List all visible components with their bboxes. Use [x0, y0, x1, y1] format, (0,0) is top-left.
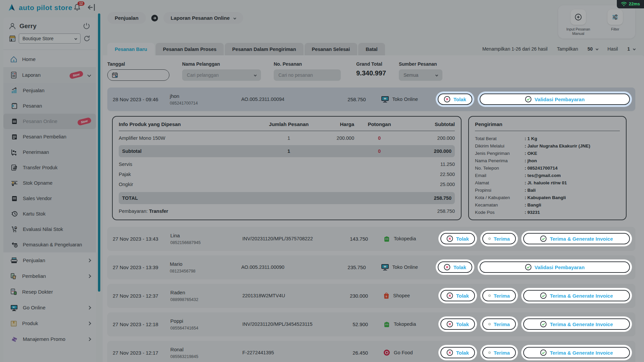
latency-value: 22ms: [629, 1, 640, 6]
shipping-row: Total Berat1 Kg: [475, 135, 620, 142]
logo-icon: [7, 3, 16, 12]
order-items-card: Info Produk yang Dipesan Jumlah Pesanan …: [112, 116, 462, 220]
sidebar-item-sales-vendor[interactable]: Sales Vendor: [3, 191, 96, 206]
order-source: Tokopedia: [394, 236, 416, 241]
sidebar-item-evaluasi-nilai-stok[interactable]: RP Evaluasi Nilai Stok: [3, 222, 96, 237]
validasi-pembayaran-button[interactable]: Validasi Pembayaran: [480, 261, 630, 273]
sidebar-item-pesanan-pembelian[interactable]: Pesanan Pembelian: [3, 129, 96, 144]
sidebar-laporan-submenu: Penjualan Pesanan Pesanan Online New: [3, 83, 96, 252]
terima-generate-invoice-button[interactable]: Terima & Generate Invoice: [523, 233, 630, 244]
order-row[interactable]: 27 Nov 2023 - 12:37 Raden 088998765432 2…: [107, 284, 635, 307]
content-scroll-accent[interactable]: [98, 13, 100, 292]
sidebar-item-manajemen-promo[interactable]: % Manajemen Promo: [3, 331, 96, 347]
tab-pesanan-dalam-proses[interactable]: Pesanan Dalam Proses: [156, 43, 224, 56]
order-row[interactable]: 27 Nov 2023 - 12:18 Poppi 085564741654 I…: [107, 312, 635, 336]
filters-row: Tanggal Nama Pelanggan Cari pelanggan: [103, 55, 644, 81]
sidebar-item-kartu-stok[interactable]: Kartu Stok: [3, 206, 96, 222]
sidebar-item-home[interactable]: Home: [3, 51, 96, 67]
tab-pesanan-selesai[interactable]: Pesanan Selesai: [305, 43, 358, 56]
order-row[interactable]: 27 Nov 2023 - 13:39 Mario 08123456798 AO…: [107, 255, 635, 279]
toko-online-icon: [381, 263, 389, 271]
sidebar-item-pemasukan-pengeluaran[interactable]: Pemasukan & Pengeluaran: [3, 237, 96, 252]
sidebar-item-laporan[interactable]: Laporan New: [3, 67, 96, 83]
tolak-button[interactable]: Tolak: [440, 233, 475, 244]
sidebar-item-transfer-produk[interactable]: Transfer Produk: [3, 160, 96, 175]
order-actions: Tolak Terima Terima & Generate Invoice: [438, 231, 632, 246]
terima-generate-invoice-button[interactable]: Terima & Generate Invoice: [523, 347, 630, 358]
order-source: Shopee: [393, 293, 410, 298]
store-selector[interactable]: Boutique Store: [19, 34, 80, 44]
terima-button[interactable]: Terima: [482, 347, 516, 358]
user-icon: [9, 22, 16, 30]
date-input[interactable]: [107, 69, 169, 81]
chevron-down-icon: [254, 74, 257, 76]
order-actions: Tolak Validasi Pembayaran: [436, 92, 632, 107]
terima-button[interactable]: Terima: [482, 233, 516, 244]
sidebar-item-pembelian[interactable]: Pembelian: [3, 268, 96, 284]
tolak-button[interactable]: Tolak: [440, 290, 475, 301]
breadcrumb-penjualan[interactable]: Penjualan: [107, 12, 146, 24]
tab-batal[interactable]: Batal: [358, 43, 385, 56]
tolak-button[interactable]: Tolak: [438, 261, 472, 273]
source-select[interactable]: Semua: [399, 69, 442, 81]
reject-x-icon: [444, 96, 450, 103]
order-number-input[interactable]: [274, 69, 341, 81]
order-date: 27 Nov 2023 - 12:17: [113, 350, 170, 356]
terima-generate-invoice-button[interactable]: Terima & Generate Invoice: [523, 318, 630, 330]
sidebar-item-penjualan[interactable]: Penjualan: [3, 252, 96, 268]
logout-power-icon[interactable]: [83, 22, 91, 30]
sidebar-item-go-online[interactable]: Go Online: [3, 300, 96, 315]
tolak-button[interactable]: Tolak: [440, 347, 475, 358]
chevron-down-icon: [633, 48, 636, 50]
order-actions: Tolak Terima Terima & Generate Invoice: [438, 316, 632, 332]
terima-generate-invoice-button[interactable]: Terima & Generate Invoice: [523, 290, 630, 301]
customer-select[interactable]: Cari pelanggan: [182, 69, 261, 81]
refresh-icon[interactable]: [83, 35, 91, 42]
fee-row-ongkir: Ongkir 25.000: [119, 179, 455, 189]
customer-name: Ronal: [170, 347, 243, 352]
divider: [3, 50, 96, 50]
sidebar-item-produk[interactable]: Produk: [3, 315, 96, 331]
orders-panel: Tanggal Nama Pelanggan Cari pelanggan: [103, 55, 644, 362]
order-row[interactable]: 27 Nov 2023 - 12:17 Ronal 085563219845 F…: [107, 341, 635, 362]
filter-button[interactable]: Filter: [602, 9, 628, 36]
sidebar-item-penjualan-laporan[interactable]: Penjualan: [3, 83, 96, 98]
sidebar-item-penerimaan[interactable]: Penerimaan: [3, 144, 96, 160]
stock-card-clock-icon: [11, 210, 18, 218]
chevron-down-icon: [233, 16, 236, 19]
terima-button[interactable]: Terima: [482, 318, 516, 330]
tab-pesanan-baru[interactable]: Pesanan Baru: [107, 43, 155, 56]
filter-tanggal: Tanggal: [107, 61, 169, 81]
order-number: INV/20231120/MPL/3454523115: [243, 321, 333, 327]
sidebar-item-pesanan-online[interactable]: Pesanan Online New: [3, 114, 96, 129]
product-subtotal: 200.000: [405, 135, 455, 141]
notifications-button[interactable]: 12: [73, 3, 81, 11]
validasi-pembayaran-button[interactable]: Validasi Pembayaran: [480, 94, 630, 105]
sidebar-item-stok-opname[interactable]: Stok Opname: [3, 175, 96, 191]
check-circle-icon: [540, 349, 547, 356]
sidebar-item-pesanan[interactable]: Pesanan: [3, 98, 96, 114]
breadcrumb-laporan-pesanan-online[interactable]: Laporan Pesanan Online: [163, 12, 243, 24]
payment-method: Transfer: [149, 208, 168, 214]
terima-button[interactable]: Terima: [482, 290, 516, 301]
product-price: 200.000: [314, 135, 354, 141]
sidebar-item-label: Pesanan Pembelian: [23, 134, 91, 139]
per-page-select[interactable]: 50: [588, 46, 598, 52]
order-row-selected[interactable]: 28 Nov 2023 - 09:46 jhon 085241700714 AO…: [107, 87, 635, 111]
filter-nama-pelanggan: Nama Pelanggan Cari pelanggan: [182, 61, 261, 81]
payment-row: Pembayaran: Transfer 258.750: [119, 204, 455, 216]
collapse-sidebar-button[interactable]: [88, 4, 97, 11]
page-select[interactable]: 1: [627, 46, 635, 52]
chevron-down-icon: [74, 37, 77, 40]
breadcrumb-label: Laporan Pesanan Online: [171, 15, 230, 21]
sidebar-item-label: Home: [22, 56, 91, 62]
tab-pesanan-dalam-pengiriman[interactable]: Pesanan Dalam Pengiriman: [225, 43, 303, 56]
input-pesanan-manual-button[interactable]: Input Pesanan Manual: [566, 9, 591, 36]
product-qty: 1: [264, 135, 314, 141]
tolak-button[interactable]: Tolak: [440, 318, 475, 330]
tolak-button[interactable]: Tolak: [438, 94, 472, 105]
order-number: AO.005.2311.00090: [241, 264, 331, 270]
order-actions: Tolak Terima Terima & Generate Invoice: [438, 288, 632, 303]
order-row[interactable]: 27 Nov 2023 - 13:43 Lina 0852156687945 I…: [107, 227, 635, 250]
sidebar-item-resep-dokter[interactable]: Resep Dokter: [3, 284, 96, 300]
